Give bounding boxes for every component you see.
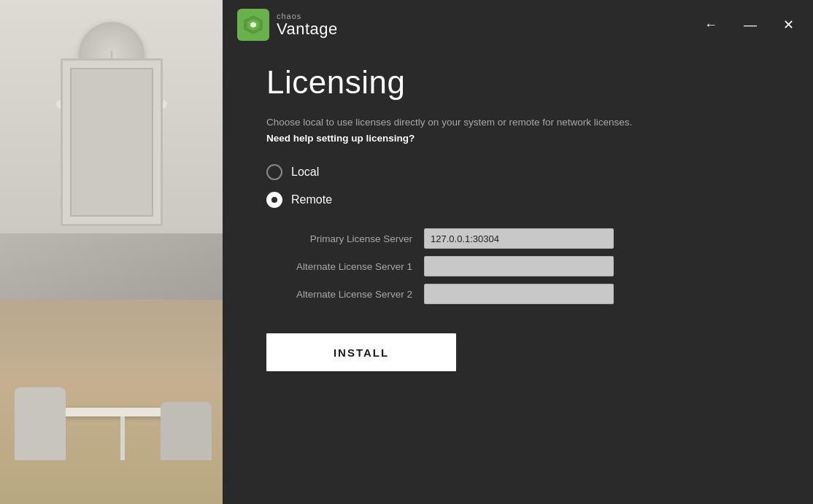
local-radio-label: Local — [291, 166, 319, 179]
page-title: Licensing — [266, 64, 769, 101]
local-radio-option[interactable]: Local — [266, 164, 769, 180]
alternate1-license-input[interactable] — [424, 256, 614, 276]
alternate1-license-label: Alternate License Server 1 — [266, 261, 412, 272]
title-bar: chaos Vantage ← — ✕ — [223, 0, 813, 50]
logo-area: chaos Vantage — [237, 9, 338, 41]
remote-radio-label: Remote — [291, 193, 332, 206]
remote-radio-circle[interactable] — [266, 192, 282, 208]
minimize-button[interactable]: — — [739, 15, 761, 34]
app-logo-icon — [237, 9, 269, 41]
alternate2-license-label: Alternate License Server 2 — [266, 289, 412, 300]
window-controls: ← — ✕ — [700, 15, 798, 34]
main-panel: chaos Vantage ← — ✕ Licensing Choose loc… — [223, 0, 813, 504]
remote-radio-option[interactable]: Remote — [266, 192, 769, 208]
primary-license-input[interactable] — [424, 228, 614, 249]
description-text: Choose local to use licenses directly on… — [266, 115, 769, 130]
logo-text: chaos Vantage — [277, 12, 338, 38]
help-link[interactable]: Need help setting up licensing? — [266, 133, 769, 144]
local-radio-circle[interactable] — [266, 164, 282, 180]
install-button[interactable]: INSTALL — [266, 333, 456, 371]
license-form: Primary License Server Alternate License… — [266, 228, 769, 304]
alternate2-license-input[interactable] — [424, 284, 614, 304]
main-content: Licensing Choose local to use licenses d… — [223, 50, 813, 504]
back-button[interactable]: ← — [700, 15, 722, 34]
radio-group: Local Remote — [266, 164, 769, 208]
primary-license-label: Primary License Server — [266, 233, 412, 244]
decorative-image-panel — [0, 0, 223, 504]
vantage-label: Vantage — [277, 20, 338, 38]
close-button[interactable]: ✕ — [779, 15, 798, 34]
